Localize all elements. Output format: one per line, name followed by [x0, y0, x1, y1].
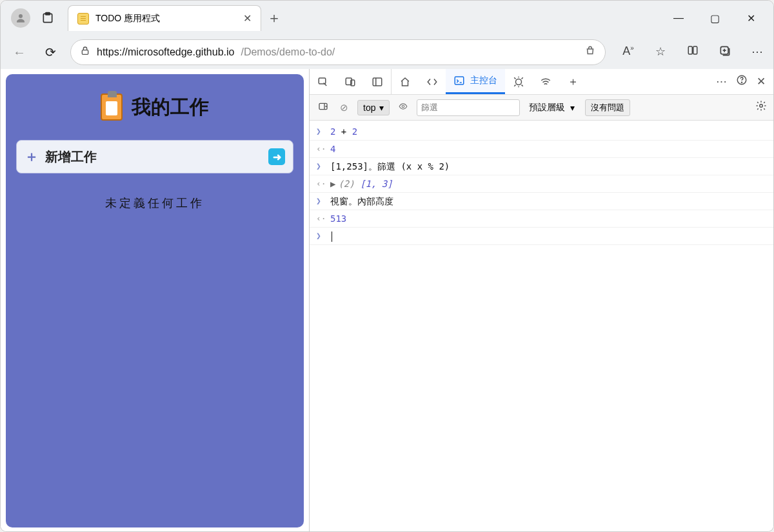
inspect-element-icon[interactable] [310, 69, 337, 94]
window-maximize-button[interactable]: ▢ [708, 12, 722, 25]
profile-icon[interactable] [11, 8, 30, 28]
tab-add-icon[interactable]: ＋ [559, 69, 586, 94]
expand-icon[interactable]: ▶ [330, 179, 335, 189]
chevron-down-icon: ▾ [570, 103, 575, 113]
svg-point-14 [741, 82, 742, 83]
console-output-row: ‹·4 [310, 141, 773, 158]
console-filter-input[interactable] [417, 99, 520, 116]
add-task-input[interactable]: ＋ 新增工作 ➜ [16, 140, 293, 173]
console-settings-icon[interactable] [755, 100, 767, 115]
devtools-right-controls: ⋯ ✕ [708, 69, 773, 94]
devtools-help-icon[interactable] [736, 74, 748, 89]
console-line-content: 視窗。內部高度 [330, 195, 767, 207]
output-marker-icon: ‹· [316, 213, 325, 224]
new-tab-button[interactable]: ＋ [261, 8, 287, 28]
svg-rect-10 [373, 78, 382, 86]
console-input-row: ❯[1,253]。篩選 (x x % 2) [310, 158, 773, 175]
console-output-row: ‹·▶(2) [1, 3] [310, 175, 773, 193]
shopping-icon[interactable] [584, 45, 596, 60]
svg-point-12 [516, 79, 522, 84]
svg-point-17 [760, 104, 763, 108]
devtools-more-icon[interactable]: ⋯ [716, 75, 727, 88]
browser-tab[interactable]: TODO 應用程式 ✕ [68, 5, 261, 31]
window-close-button[interactable]: ✕ [744, 12, 758, 25]
input-marker-icon: ❯ [316, 230, 325, 242]
svg-rect-2 [46, 13, 50, 15]
input-marker-icon: ❯ [316, 195, 325, 207]
console-line-content: 4 [330, 143, 767, 155]
svg-point-0 [19, 14, 23, 18]
issues-button[interactable]: 沒有問題 [585, 99, 630, 116]
tab-issues-icon[interactable] [505, 69, 532, 94]
console-prompt[interactable]: ❯ [310, 228, 773, 245]
console-input-row: ❯視窗。內部高度 [310, 193, 773, 210]
dock-side-icon[interactable] [364, 69, 391, 94]
tab-console[interactable]: 主控台 [446, 69, 505, 94]
page-title: 我的工作 [132, 94, 209, 121]
console-output-row: ‹·513 [310, 210, 773, 228]
svg-rect-7 [319, 78, 326, 84]
workspaces-icon[interactable] [37, 12, 59, 25]
empty-tasks-message: 未定義任何工作 [12, 195, 297, 211]
tab-close-icon[interactable]: ✕ [243, 12, 252, 25]
add-task-placeholder: 新增工作 [45, 148, 262, 166]
console-line-content: [1,253]。篩選 (x x % 2) [330, 161, 767, 172]
split-screen-icon[interactable] [684, 44, 701, 61]
console-output[interactable]: ❯2 + 2‹·4❯[1,253]。篩選 (x x % 2)‹·▶(2) [1,… [310, 121, 773, 532]
device-emulation-icon[interactable] [337, 69, 364, 94]
address-bar-row: ← ⟳ https://microsoftedge.github.io/Demo… [1, 35, 773, 69]
console-line-content: 2 + 2 [330, 126, 767, 137]
window-controls: — ▢ ✕ [671, 12, 769, 25]
execution-context-selector[interactable]: top ▾ [357, 100, 390, 115]
live-expression-icon[interactable] [396, 102, 410, 113]
toggle-drawer-icon[interactable] [316, 101, 330, 114]
svg-rect-4 [688, 46, 692, 54]
favorite-icon[interactable]: ☆ [652, 44, 669, 61]
tab-console-label: 主控台 [470, 75, 497, 86]
read-aloud-icon[interactable]: A» [620, 44, 637, 61]
tab-welcome[interactable] [392, 69, 419, 94]
page-pane: 我的工作 ＋ 新增工作 ➜ 未定義任何工作 [1, 69, 309, 532]
window-minimize-button[interactable]: — [671, 12, 686, 25]
url-path: /Demos/demo-to-do/ [241, 46, 335, 58]
console-toolbar: ⊘ top ▾ 預設層級 ▾ 沒有問題 [310, 95, 773, 121]
url-bar[interactable]: https://microsoftedge.github.io/Demos/de… [70, 39, 606, 65]
plus-icon: ＋ [25, 147, 39, 166]
browser-menu-icon[interactable]: ⋯ [749, 44, 766, 61]
svg-rect-5 [693, 46, 697, 54]
svg-rect-3 [82, 50, 88, 55]
devtools-panel: 主控台 ＋ ⋯ ✕ ⊘ top ▾ [309, 69, 773, 532]
collections-icon[interactable] [717, 44, 733, 61]
nav-back-button[interactable]: ← [8, 45, 30, 60]
todo-app: 我的工作 ＋ 新增工作 ➜ 未定義任何工作 [6, 74, 304, 527]
clipboard-icon [101, 94, 123, 121]
tab-favicon-icon [77, 13, 89, 25]
svg-rect-11 [455, 77, 464, 84]
tab-network-conditions-icon[interactable] [532, 69, 559, 94]
content-split: 我的工作 ＋ 新增工作 ➜ 未定義任何工作 [1, 69, 773, 532]
add-task-submit-button[interactable]: ➜ [268, 148, 285, 165]
url-domain: https://microsoftedge.github.io [97, 46, 234, 58]
console-line-content: 513 [330, 213, 767, 224]
input-marker-icon: ❯ [316, 126, 325, 137]
nav-refresh-button[interactable]: ⟳ [39, 44, 61, 60]
context-label: top [363, 103, 375, 113]
devtools-close-icon[interactable]: ✕ [757, 75, 766, 88]
log-level-selector[interactable]: 預設層級 ▾ [529, 102, 575, 113]
devtools-tab-strip: 主控台 ＋ ⋯ ✕ [310, 69, 773, 95]
tab-title: TODO 應用程式 [95, 13, 160, 25]
input-marker-icon: ❯ [316, 161, 325, 172]
console-line-content: ▶(2) [1, 3] [330, 178, 767, 190]
svg-point-16 [402, 105, 405, 108]
site-lock-icon[interactable] [80, 46, 90, 59]
output-marker-icon: ‹· [316, 178, 325, 190]
window-titlebar: TODO 應用程式 ✕ ＋ — ▢ ✕ [1, 1, 773, 35]
browser-toolbar-icons: A» ☆ ⋯ [620, 44, 766, 61]
output-marker-icon: ‹· [316, 143, 325, 155]
log-level-label: 預設層級 [529, 102, 565, 113]
clear-console-icon[interactable]: ⊘ [337, 102, 351, 113]
tab-elements[interactable] [419, 69, 446, 94]
todo-header: 我的工作 [12, 94, 297, 121]
chevron-down-icon: ▾ [379, 103, 384, 113]
console-input-row: ❯2 + 2 [310, 123, 773, 141]
